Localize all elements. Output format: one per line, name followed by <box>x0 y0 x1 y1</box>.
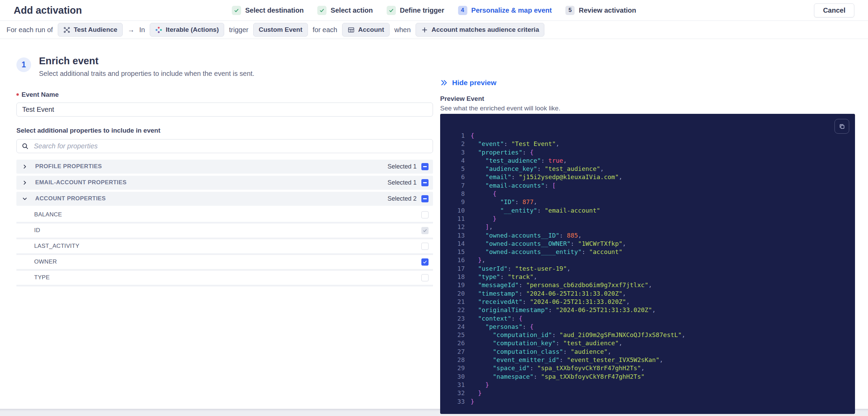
step-label: Define trigger <box>400 6 444 14</box>
property-checkbox-unchecked[interactable] <box>421 243 429 250</box>
audience-icon <box>63 26 70 33</box>
context-text: → <box>127 26 134 34</box>
line-number: 31 <box>449 381 465 389</box>
context-text: For each run of <box>6 26 53 34</box>
code-line: 28 "event_emitter_id": "event_tester_IVX… <box>449 356 855 364</box>
property-search-box[interactable] <box>16 139 433 153</box>
line-number: 12 <box>449 223 465 231</box>
property-item-row[interactable]: ID <box>16 224 433 239</box>
line-number: 7 <box>449 182 465 190</box>
line-number: 29 <box>449 364 465 372</box>
event-name-input[interactable] <box>16 103 433 117</box>
copy-button[interactable] <box>835 119 849 134</box>
code-line: 32 } <box>449 389 855 397</box>
code-line: 7 "email-accounts": [ <box>449 182 855 190</box>
group-checkbox-indeterminate[interactable] <box>421 163 429 170</box>
code-line: 10 "__entity": "email-account" <box>449 206 855 215</box>
line-number: 2 <box>449 140 465 148</box>
property-group-row[interactable]: EMAIL-ACCOUNT PROPERTIESSelected 1 <box>16 176 433 190</box>
code-line: 2 "event": "Test Event", <box>449 140 855 148</box>
property-item-label: OWNER <box>34 258 57 265</box>
required-dot <box>16 93 19 96</box>
line-number: 28 <box>449 356 465 364</box>
line-number: 1 <box>449 132 465 140</box>
property-checkbox-checked-disabled[interactable] <box>421 227 429 234</box>
code-line: 29 "space_id": "spa_tXXbfoyvCkY8rF47ghH2… <box>449 364 855 372</box>
chevron-right-icon <box>22 164 27 169</box>
context-chip[interactable]: Test Audience <box>58 23 123 37</box>
step-label: Select action <box>331 6 373 14</box>
context-text: for each <box>313 26 337 34</box>
hide-preview-toggle[interactable]: Hide preview <box>440 78 497 87</box>
property-item-row[interactable]: TYPE <box>16 271 433 286</box>
line-number: 4 <box>449 157 465 165</box>
top-bar: Add activation Select destinationSelect … <box>0 0 868 21</box>
code-line: 3 "properties": { <box>449 148 855 157</box>
line-number: 22 <box>449 306 465 314</box>
code-line: 15 "owned-accounts____entity": "account" <box>449 248 855 256</box>
property-item-label: LAST_ACTIVITY <box>34 243 79 250</box>
event-preview-code-panel: 1{2 "event": "Test Event",3 "properties"… <box>440 114 855 414</box>
context-chip[interactable]: Custom Event <box>253 23 308 37</box>
code-line: 31 } <box>449 381 855 389</box>
chip-label: Test Audience <box>74 26 118 33</box>
code-line: 17 "userId": "test-user-19", <box>449 265 855 273</box>
stepper-step[interactable]: Define trigger <box>386 6 444 15</box>
step-header: 1 Enrich event Select additional traits … <box>16 56 433 78</box>
step-check-icon <box>317 6 327 15</box>
preview-event-subtitle: See what the enriched event will look li… <box>440 105 855 112</box>
line-number: 16 <box>449 256 465 264</box>
step-check-icon <box>386 6 396 15</box>
context-text: trigger <box>229 26 248 34</box>
line-number: 32 <box>449 389 465 397</box>
property-item-row[interactable]: LAST_ACTIVITY <box>16 239 433 255</box>
line-number: 20 <box>449 290 465 298</box>
stepper-step[interactable]: Select action <box>317 6 373 15</box>
step-label: Select destination <box>245 6 303 14</box>
event-json-code: 1{2 "event": "Test Event",3 "properties"… <box>449 132 855 406</box>
search-icon <box>22 143 29 150</box>
property-item-row[interactable]: BALANCE <box>16 208 433 224</box>
enrich-event-title: Enrich event <box>39 56 254 67</box>
group-checkbox-indeterminate[interactable] <box>421 179 429 186</box>
context-text: when <box>394 26 411 34</box>
chevron-right-icon <box>22 180 27 185</box>
line-number: 17 <box>449 265 465 273</box>
line-number: 11 <box>449 215 465 223</box>
code-line: 5 "audience_key": "test_audience", <box>449 165 855 173</box>
context-chip[interactable]: Account <box>342 23 390 37</box>
chip-label: Account <box>358 26 384 33</box>
step-number-badge: 4 <box>458 6 467 15</box>
line-number: 10 <box>449 206 465 215</box>
context-chip[interactable]: Iterable (Actions) <box>150 23 224 37</box>
property-checkbox-unchecked[interactable] <box>421 211 429 218</box>
code-line: 9 "ID": 877, <box>449 198 855 206</box>
code-line: 1{ <box>449 132 855 140</box>
group-checkbox-indeterminate[interactable] <box>421 195 429 202</box>
property-checkbox-checked[interactable] <box>421 258 429 266</box>
property-item-label: BALANCE <box>34 211 62 218</box>
property-item-label: ID <box>34 227 40 234</box>
stepper-step[interactable]: 4Personalize & map event <box>458 6 552 15</box>
search-input[interactable] <box>33 142 428 150</box>
property-group-row[interactable]: PROFILE PROPERTIESSelected 1 <box>16 160 433 174</box>
code-line: 16 }, <box>449 256 855 264</box>
cancel-button[interactable]: Cancel <box>814 3 854 17</box>
preview-event-title: Preview Event <box>440 95 855 103</box>
property-checkbox-unchecked[interactable] <box>421 274 429 281</box>
property-groups: PROFILE PROPERTIESSelected 1EMAIL-ACCOUN… <box>16 160 433 286</box>
step-header-text: Enrich event Select additional traits an… <box>39 56 254 78</box>
stepper-step[interactable]: 5Review activation <box>566 6 636 15</box>
property-item-row[interactable]: OWNER <box>16 255 433 271</box>
code-line: 22 "originalTimestamp": "2024-06-25T21:3… <box>449 306 855 314</box>
line-number: 19 <box>449 281 465 289</box>
code-line: 4 "test_audience": true, <box>449 157 855 165</box>
code-line: 11 } <box>449 215 855 223</box>
step-number-circle: 1 <box>16 57 31 72</box>
main-content: 1 Enrich event Select additional traits … <box>0 39 868 414</box>
stepper-step[interactable]: Select destination <box>232 6 303 15</box>
property-group-row[interactable]: ACCOUNT PROPERTIESSelected 2 <box>16 192 433 206</box>
table-icon <box>348 26 355 33</box>
context-chip[interactable]: Account matches audience criteria <box>416 23 545 37</box>
code-line: 18 "type": "track", <box>449 273 855 281</box>
